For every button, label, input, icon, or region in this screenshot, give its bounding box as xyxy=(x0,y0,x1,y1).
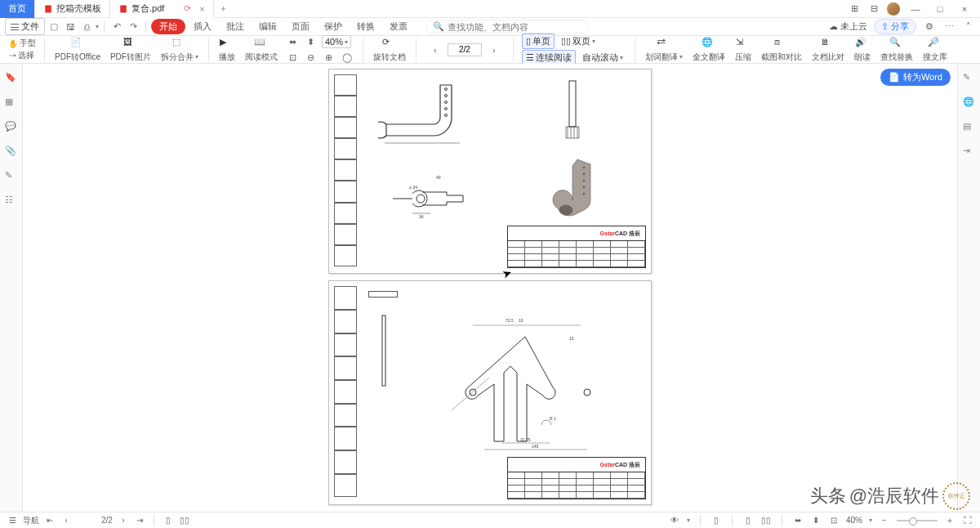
cloud-status[interactable]: ☁ 未上云 xyxy=(829,20,867,33)
prev-page-status-icon[interactable]: ‹ xyxy=(60,515,72,526)
more-icon[interactable]: ⋯ xyxy=(942,20,956,34)
search-box[interactable]: 🔍 xyxy=(425,20,589,34)
double-page-view[interactable]: ▯▯双页▾ xyxy=(558,34,599,48)
text-compare[interactable]: 🗎文档比对 xyxy=(807,37,849,63)
pdf-to-office[interactable]: 📄PDF转Office xyxy=(50,37,105,63)
fit-2-icon[interactable]: ⬍ xyxy=(810,515,822,526)
find-replace[interactable]: 🔍查找替换 xyxy=(875,37,918,63)
edit-panel-icon[interactable]: ✎ xyxy=(963,72,976,85)
minimize-button[interactable]: — xyxy=(906,4,924,14)
tab-template[interactable]: 挖箱壳模板 xyxy=(35,0,110,18)
tab-pdf-active[interactable]: 复合.pdf ⟳ × xyxy=(110,0,214,18)
last-page-icon[interactable]: ⇥ xyxy=(134,515,145,526)
page-input[interactable] xyxy=(448,43,482,56)
auto-scroll[interactable]: 自动滚动▾ xyxy=(579,51,626,65)
svg-text:10: 10 xyxy=(569,336,574,341)
split-label: 拆分合并 xyxy=(161,51,194,63)
maximize-button[interactable]: □ xyxy=(931,4,949,14)
collapse-ribbon-icon[interactable]: ˄ xyxy=(962,20,975,34)
bookmark-icon[interactable]: 🔖 xyxy=(5,72,18,85)
tab-add-button[interactable]: ＋ xyxy=(214,2,234,15)
avatar[interactable] xyxy=(887,2,900,16)
split-merge[interactable]: ⬚拆分合并▾ xyxy=(156,37,203,63)
compress[interactable]: ⇲压缩 xyxy=(730,37,756,63)
redo-icon[interactable]: ↷ xyxy=(126,20,140,34)
zoom-out-icon[interactable]: ⊖ xyxy=(304,50,318,65)
read-aloud[interactable]: 🔊朗读 xyxy=(849,37,875,63)
zoom-100-icon[interactable]: ⊡ xyxy=(286,50,301,65)
share-button[interactable]: ⇪ 分享 xyxy=(874,19,916,34)
menu-start[interactable]: 开始 xyxy=(151,19,185,34)
select-tool[interactable]: ⭢选择 xyxy=(8,50,34,61)
quick-caret[interactable]: ▾ xyxy=(96,23,99,30)
resource-panel-icon[interactable]: ▤ xyxy=(963,121,976,134)
fullscreen-icon[interactable]: ⛶ xyxy=(962,515,973,526)
view-single-status-icon[interactable]: ▯ xyxy=(163,515,174,526)
file-menu[interactable]: 文件 xyxy=(5,18,45,35)
zoom-select[interactable]: 40%▾ xyxy=(322,35,351,48)
grid-1-icon[interactable]: ⊞ xyxy=(848,2,861,16)
svg-text:34: 34 xyxy=(419,214,424,219)
menu-invoice[interactable]: 发票 xyxy=(383,18,414,35)
tab-home[interactable]: 首页 xyxy=(0,0,35,18)
fit-1-icon[interactable]: ⬌ xyxy=(792,515,804,526)
full-translate[interactable]: 🌐全文翻译 xyxy=(688,37,730,63)
export-panel-icon[interactable]: ⇥ xyxy=(963,145,976,159)
zoom-in-status-icon[interactable]: ＋ xyxy=(944,515,956,526)
prev-page-icon[interactable]: ‹ xyxy=(428,43,443,57)
word-translate[interactable]: ⮂划词翻译▾ xyxy=(640,37,688,63)
svg-text:145: 145 xyxy=(532,444,539,449)
layers-icon[interactable]: ☷ xyxy=(5,195,18,208)
zoom-slider[interactable] xyxy=(897,520,938,521)
menu-protect[interactable]: 保护 xyxy=(318,18,349,35)
hand-tool[interactable]: ✋手型 xyxy=(8,38,36,49)
translate-panel-icon[interactable]: 🌐 xyxy=(963,96,976,110)
tab-refresh-icon[interactable]: ⟳ xyxy=(184,3,191,14)
cont-label: 连续阅读 xyxy=(536,51,572,64)
zoom-out-status-icon[interactable]: − xyxy=(879,515,890,526)
print-icon[interactable]: ⎙ xyxy=(79,20,94,34)
grid-2-icon[interactable]: ⊟ xyxy=(867,2,880,16)
page-canvas[interactable]: 40 ⌀ 24 34 GstarCAD GstarCAD 浩辰浩辰 ➤ xyxy=(23,64,957,512)
rotate-doc[interactable]: ⟳旋转文档 xyxy=(368,37,411,63)
menu-convert[interactable]: 转换 xyxy=(350,18,381,35)
layout-1-icon[interactable]: ▯ xyxy=(710,515,722,526)
fit-3-icon[interactable]: ⊡ xyxy=(828,515,840,526)
zoom-in-icon[interactable]: ⊕ xyxy=(322,50,336,65)
first-page-icon[interactable]: ⇤ xyxy=(44,515,56,526)
layout-3-icon[interactable]: ▯▯ xyxy=(760,515,772,526)
search-input[interactable] xyxy=(448,22,578,32)
single-page-view[interactable]: ▯单页 xyxy=(522,34,555,49)
eye-icon[interactable]: 👁 xyxy=(669,515,680,526)
read-mode[interactable]: 📖阅读模式 xyxy=(240,37,283,63)
view-double-status-icon[interactable]: ▯▯ xyxy=(179,515,190,526)
menu-edit[interactable]: 编辑 xyxy=(252,18,283,35)
zoom-area-icon[interactable]: ◯ xyxy=(340,50,354,65)
save-icon[interactable]: 🖫 xyxy=(63,20,78,34)
fit-page-icon[interactable]: ⬍ xyxy=(304,34,318,49)
menu-page[interactable]: 页面 xyxy=(285,18,316,35)
fit-width-icon[interactable]: ⬌ xyxy=(286,34,301,49)
gear-icon[interactable]: ⚙ xyxy=(923,20,936,34)
menu-insert[interactable]: 插入 xyxy=(187,18,218,35)
layout-2-icon[interactable]: ▯ xyxy=(742,515,754,526)
convert-to-word-button[interactable]: 📄 转为Word xyxy=(880,69,951,86)
next-page-status-icon[interactable]: › xyxy=(118,515,129,526)
screenshot-compare[interactable]: ⧈截图和对比 xyxy=(756,37,807,63)
open-icon[interactable]: ▢ xyxy=(47,20,61,34)
tab-close-icon[interactable]: × xyxy=(199,4,204,14)
next-page-icon[interactable]: › xyxy=(487,43,501,57)
thumbnails-icon[interactable]: ▦ xyxy=(5,96,18,110)
search-library[interactable]: 🔎搜文库 xyxy=(918,37,952,63)
sep xyxy=(145,21,146,33)
nav-toggle-icon[interactable]: ☰ xyxy=(7,515,18,526)
undo-icon[interactable]: ↶ xyxy=(109,20,124,34)
nav-label[interactable]: 导航 xyxy=(23,515,39,526)
play-button[interactable]: ▶播放 xyxy=(214,37,240,63)
attachments-icon[interactable]: 📎 xyxy=(5,145,18,159)
pdf-to-image[interactable]: 🖼PDF转图片 xyxy=(105,37,156,63)
close-window-button[interactable]: × xyxy=(956,4,973,14)
signature-icon[interactable]: ✎ xyxy=(5,170,18,183)
menu-annotate[interactable]: 批注 xyxy=(220,18,251,35)
comments-icon[interactable]: 💬 xyxy=(5,121,18,134)
